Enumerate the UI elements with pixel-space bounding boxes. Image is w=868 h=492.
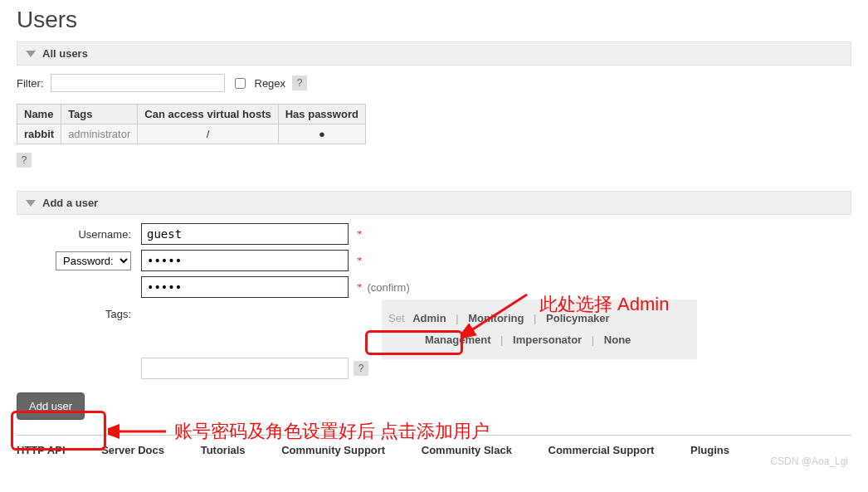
- password-confirm-input[interactable]: [141, 276, 349, 298]
- footer-tutorials[interactable]: Tutorials: [201, 444, 246, 456]
- footer-commercial-support[interactable]: Commercial Support: [549, 444, 655, 456]
- col-password[interactable]: Has password: [278, 105, 365, 124]
- add-user-button[interactable]: Add user: [17, 392, 85, 420]
- tag-option-none[interactable]: None: [604, 334, 631, 346]
- col-vhosts[interactable]: Can access virtual hosts: [138, 105, 278, 124]
- username-input[interactable]: [141, 223, 349, 245]
- page-title: Users: [17, 7, 851, 33]
- filter-label: Filter:: [17, 77, 44, 90]
- password-type-select[interactable]: Password:: [56, 251, 131, 270]
- footer-server-docs[interactable]: Server Docs: [101, 444, 164, 456]
- filter-row: Filter: Regex ?: [17, 74, 851, 92]
- confirm-label: (confirm): [368, 281, 410, 294]
- col-name[interactable]: Name: [17, 105, 61, 124]
- footer-plugins[interactable]: Plugins: [690, 444, 729, 456]
- section-all-users[interactable]: All users: [17, 41, 851, 66]
- tag-option-impersonator[interactable]: Impersonator: [513, 334, 582, 346]
- tags-input[interactable]: [141, 358, 349, 379]
- tag-option-admin[interactable]: Admin: [412, 312, 446, 324]
- cell-vhosts: /: [138, 124, 278, 144]
- chevron-down-icon: [26, 200, 36, 207]
- username-label: Username:: [17, 228, 141, 241]
- watermark: CSDN @Aoa_Lgi: [770, 455, 848, 467]
- tag-option-monitoring[interactable]: Monitoring: [468, 312, 524, 324]
- tags-help-icon[interactable]: ?: [354, 361, 368, 376]
- chevron-down-icon: [26, 51, 36, 57]
- tag-option-management[interactable]: Management: [425, 334, 490, 346]
- footer-links: HTTP API Server Docs Tutorials Community…: [17, 435, 851, 456]
- cell-name[interactable]: rabbit: [17, 124, 61, 144]
- required-mark: *: [357, 254, 363, 267]
- tag-choices: Set Admin | Monitoring | Policymaker Man…: [382, 300, 697, 359]
- col-tags[interactable]: Tags: [61, 105, 138, 124]
- table-header-row: Name Tags Can access virtual hosts Has p…: [17, 105, 366, 124]
- filter-help-icon[interactable]: ?: [292, 76, 307, 90]
- cell-password: ●: [278, 124, 365, 144]
- users-table: Name Tags Can access virtual hosts Has p…: [17, 104, 366, 144]
- footer-community-slack[interactable]: Community Slack: [422, 444, 512, 456]
- section-add-user[interactable]: Add a user: [17, 191, 851, 215]
- tag-option-policymaker[interactable]: Policymaker: [546, 312, 610, 324]
- section-add-user-label: Add a user: [42, 197, 98, 209]
- password-input[interactable]: [141, 250, 349, 271]
- regex-label: Regex: [255, 77, 286, 90]
- regex-checkbox[interactable]: [235, 78, 246, 89]
- cell-tags: administrator: [61, 124, 138, 144]
- footer-http-api[interactable]: HTTP API: [17, 444, 66, 456]
- filter-input[interactable]: [51, 74, 225, 92]
- section-all-users-label: All users: [42, 47, 88, 60]
- tags-label: Tags:: [17, 303, 141, 320]
- table-help-icon[interactable]: ?: [17, 153, 32, 168]
- table-row[interactable]: rabbit administrator / ●: [17, 124, 366, 144]
- footer-community-support[interactable]: Community Support: [281, 444, 385, 456]
- tag-set-label: Set: [388, 312, 405, 324]
- required-mark: *: [357, 227, 363, 241]
- required-mark: *: [357, 280, 363, 294]
